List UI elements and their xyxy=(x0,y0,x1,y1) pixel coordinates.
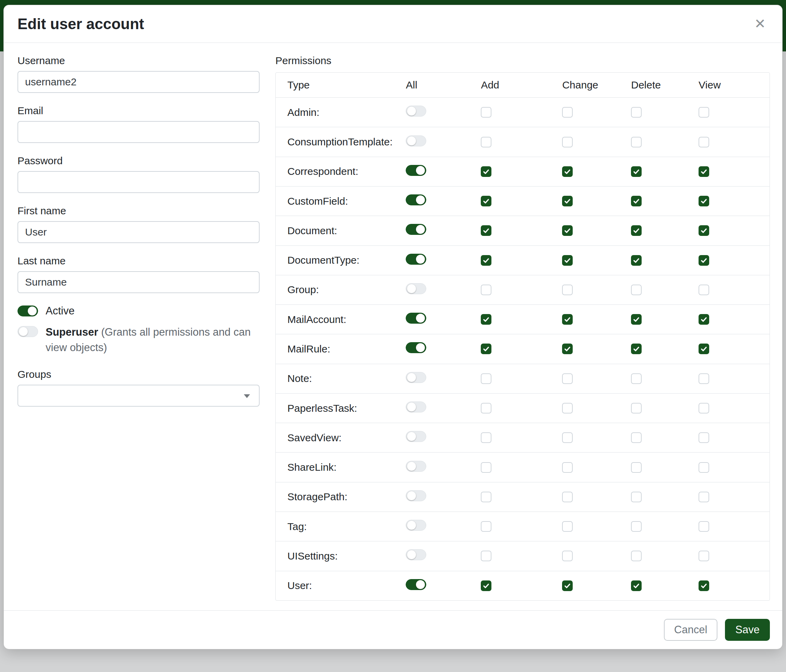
permission-view-checkbox[interactable] xyxy=(698,344,709,354)
permission-view-checkbox[interactable] xyxy=(698,432,709,443)
permission-delete-checkbox[interactable] xyxy=(631,225,641,236)
permission-all-toggle[interactable] xyxy=(406,372,426,383)
permission-view-checkbox[interactable] xyxy=(698,225,709,236)
permission-change-checkbox[interactable] xyxy=(562,196,573,206)
permission-view-checkbox[interactable] xyxy=(698,107,709,118)
permission-delete-checkbox[interactable] xyxy=(631,255,641,266)
permission-all-toggle[interactable] xyxy=(406,549,426,560)
permission-change-checkbox[interactable] xyxy=(562,314,573,325)
last-name-input[interactable] xyxy=(17,271,259,293)
permission-view-checkbox[interactable] xyxy=(698,137,709,148)
permission-change-checkbox[interactable] xyxy=(562,432,573,443)
permission-delete-checkbox[interactable] xyxy=(631,462,641,473)
permission-delete-checkbox[interactable] xyxy=(631,166,641,177)
permission-delete-checkbox[interactable] xyxy=(631,403,641,413)
permission-delete-checkbox[interactable] xyxy=(631,284,641,295)
cancel-button[interactable]: Cancel xyxy=(664,619,718,641)
permission-all-toggle[interactable] xyxy=(406,283,426,294)
permission-add-checkbox[interactable] xyxy=(481,344,491,354)
permission-change-checkbox[interactable] xyxy=(562,521,573,532)
permission-change-checkbox[interactable] xyxy=(562,255,573,266)
permission-change-checkbox[interactable] xyxy=(562,491,573,502)
permission-change-checkbox[interactable] xyxy=(562,403,573,413)
permission-all-toggle[interactable] xyxy=(406,342,426,353)
permission-all-toggle[interactable] xyxy=(406,135,426,146)
permission-view-checkbox[interactable] xyxy=(698,314,709,325)
permission-delete-checkbox[interactable] xyxy=(631,107,641,118)
username-input[interactable] xyxy=(17,71,259,93)
dialog-title: Edit user account xyxy=(17,16,144,33)
superuser-toggle[interactable] xyxy=(17,326,38,337)
permission-add-checkbox[interactable] xyxy=(481,403,491,413)
permission-all-toggle[interactable] xyxy=(406,431,426,442)
permission-delete-checkbox[interactable] xyxy=(631,521,641,532)
permission-change-checkbox[interactable] xyxy=(562,344,573,354)
permission-view-checkbox[interactable] xyxy=(698,521,709,532)
permission-add-checkbox[interactable] xyxy=(481,551,491,561)
permission-all-toggle[interactable] xyxy=(406,254,426,265)
permission-add-checkbox[interactable] xyxy=(481,314,491,325)
permission-view-checkbox[interactable] xyxy=(698,196,709,206)
permission-change-checkbox[interactable] xyxy=(562,581,573,591)
permission-all-toggle[interactable] xyxy=(406,195,426,206)
permission-delete-checkbox[interactable] xyxy=(631,491,641,502)
permission-all-toggle[interactable] xyxy=(406,105,426,116)
permission-view-checkbox[interactable] xyxy=(698,374,709,384)
password-group: Password xyxy=(17,155,259,193)
permission-change-checkbox[interactable] xyxy=(562,551,573,561)
permission-add-checkbox[interactable] xyxy=(481,521,491,532)
permission-view-checkbox[interactable] xyxy=(698,551,709,561)
permission-change-checkbox[interactable] xyxy=(562,225,573,236)
permission-change-checkbox[interactable] xyxy=(562,462,573,473)
permission-add-checkbox[interactable] xyxy=(481,284,491,295)
permission-delete-checkbox[interactable] xyxy=(631,551,641,561)
permission-view-checkbox[interactable] xyxy=(698,255,709,266)
permission-delete-checkbox[interactable] xyxy=(631,432,641,443)
permission-add-checkbox[interactable] xyxy=(481,432,491,443)
permission-all-toggle[interactable] xyxy=(406,461,426,472)
permission-delete-checkbox[interactable] xyxy=(631,196,641,206)
permission-all-toggle[interactable] xyxy=(406,165,426,176)
permission-view-checkbox[interactable] xyxy=(698,284,709,295)
permission-add-checkbox[interactable] xyxy=(481,581,491,591)
permission-all-toggle[interactable] xyxy=(406,520,426,531)
permission-all-toggle[interactable] xyxy=(406,402,426,413)
permission-delete-checkbox[interactable] xyxy=(631,581,641,591)
permission-add-checkbox[interactable] xyxy=(481,491,491,502)
permission-all-toggle[interactable] xyxy=(406,579,426,590)
close-button[interactable]: ✕ xyxy=(751,16,769,32)
groups-select[interactable] xyxy=(17,385,259,407)
permission-change-checkbox[interactable] xyxy=(562,107,573,118)
permission-add-checkbox[interactable] xyxy=(481,166,491,177)
permission-add-checkbox[interactable] xyxy=(481,225,491,236)
permission-add-checkbox[interactable] xyxy=(481,462,491,473)
permission-view-checkbox[interactable] xyxy=(698,581,709,591)
save-button[interactable]: Save xyxy=(725,619,770,641)
permission-add-checkbox[interactable] xyxy=(481,374,491,384)
permission-view-checkbox[interactable] xyxy=(698,403,709,413)
permission-change-checkbox[interactable] xyxy=(562,374,573,384)
dialog-header: Edit user account ✕ xyxy=(4,5,782,43)
permission-view-checkbox[interactable] xyxy=(698,462,709,473)
permission-row: DocumentType: xyxy=(276,245,770,275)
first-name-input[interactable] xyxy=(17,221,259,243)
permission-delete-checkbox[interactable] xyxy=(631,314,641,325)
permission-add-checkbox[interactable] xyxy=(481,255,491,266)
permission-change-checkbox[interactable] xyxy=(562,166,573,177)
permission-all-toggle[interactable] xyxy=(406,224,426,235)
active-toggle[interactable] xyxy=(17,306,38,316)
email-input[interactable] xyxy=(17,121,259,143)
permission-add-checkbox[interactable] xyxy=(481,196,491,206)
permission-change-checkbox[interactable] xyxy=(562,137,573,148)
permission-delete-checkbox[interactable] xyxy=(631,137,641,148)
permission-change-checkbox[interactable] xyxy=(562,284,573,295)
permission-view-checkbox[interactable] xyxy=(698,491,709,502)
permission-all-toggle[interactable] xyxy=(406,490,426,501)
permission-delete-checkbox[interactable] xyxy=(631,374,641,384)
permission-add-checkbox[interactable] xyxy=(481,107,491,118)
password-input[interactable] xyxy=(17,171,259,193)
permission-view-checkbox[interactable] xyxy=(698,166,709,177)
permission-delete-checkbox[interactable] xyxy=(631,344,641,354)
permission-all-toggle[interactable] xyxy=(406,313,426,323)
permission-add-checkbox[interactable] xyxy=(481,137,491,148)
